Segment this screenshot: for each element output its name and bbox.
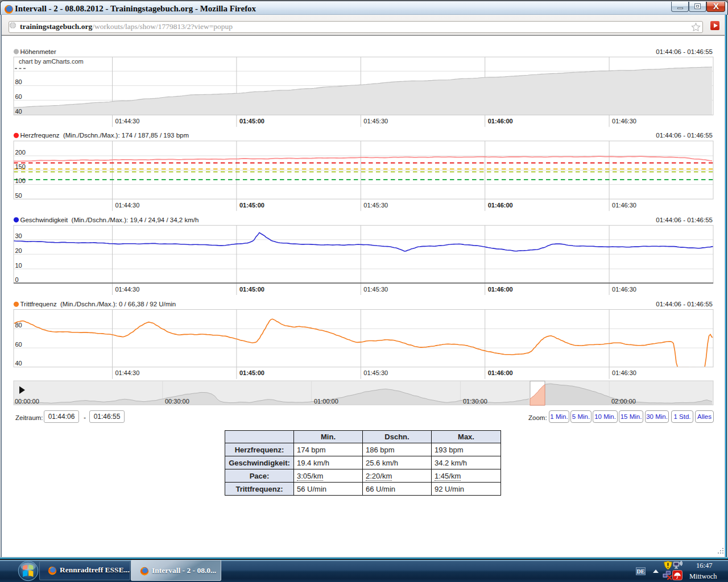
svg-text:Herzfrequenz (Min./Dschn./Max: Herzfrequenz (Min./Dschn./Max.): 174 / 1…	[20, 132, 189, 139]
svg-text:50: 50	[15, 192, 22, 199]
svg-text:200: 200	[15, 149, 26, 156]
svg-text:01:44:30: 01:44:30	[115, 286, 140, 293]
svg-text:60: 60	[15, 341, 22, 348]
svg-text:150: 150	[15, 163, 26, 170]
svg-text:01:45:30: 01:45:30	[363, 118, 388, 124]
svg-text:01:44:06 - 01:46:55: 01:44:06 - 01:46:55	[656, 301, 713, 307]
svg-text:01:46:30: 01:46:30	[612, 369, 636, 376]
svg-text:01:45:30: 01:45:30	[363, 202, 388, 209]
svg-text:01:45:00: 01:45:00	[239, 369, 264, 376]
svg-text:01:46:00: 01:46:00	[488, 118, 513, 124]
svg-text:10: 10	[15, 262, 22, 269]
svg-text:01:45:30: 01:45:30	[363, 369, 388, 376]
svg-text:01:45:00: 01:45:00	[239, 202, 264, 209]
svg-text:01:00:00: 01:00:00	[314, 398, 338, 405]
svg-text:01:30:00: 01:30:00	[463, 398, 487, 405]
svg-text:60: 60	[15, 93, 22, 100]
svg-text:Höhenmeter: Höhenmeter	[20, 48, 56, 55]
svg-text:01:45:00: 01:45:00	[239, 286, 264, 293]
svg-text:01:44:30: 01:44:30	[115, 369, 140, 376]
svg-text:01:45:00: 01:45:00	[239, 118, 264, 124]
svg-text:01:46:30: 01:46:30	[612, 118, 636, 124]
svg-text:01:46:00: 01:46:00	[488, 286, 513, 293]
svg-text:01:44:30: 01:44:30	[115, 202, 140, 209]
svg-text:01:46:30: 01:46:30	[612, 202, 636, 209]
svg-text:00:30:00: 00:30:00	[165, 398, 189, 405]
svg-text:chart by amCharts.com: chart by amCharts.com	[19, 58, 84, 65]
svg-text:02:00:00: 02:00:00	[611, 398, 636, 405]
svg-text:01:44:06 - 01:46:55: 01:44:06 - 01:46:55	[656, 132, 713, 139]
svg-text:20: 20	[15, 247, 22, 254]
svg-text:01:44:06 - 01:46:55: 01:44:06 - 01:46:55	[656, 217, 713, 223]
svg-text:100: 100	[15, 177, 26, 184]
svg-text:Geschwindigkeit (Min./Dschn./: Geschwindigkeit (Min./Dschn./Max.): 19,4…	[20, 217, 199, 223]
svg-text:01:46:30: 01:46:30	[612, 286, 636, 293]
svg-text:80: 80	[15, 322, 22, 329]
svg-text:0: 0	[15, 276, 19, 283]
svg-text:30: 30	[15, 232, 22, 239]
svg-text:01:45:30: 01:45:30	[363, 286, 388, 293]
svg-text:01:44:06 - 01:46:55: 01:44:06 - 01:46:55	[656, 48, 713, 55]
svg-text:40: 40	[15, 108, 22, 115]
svg-text:01:46:00: 01:46:00	[488, 369, 513, 376]
svg-text:01:46:00: 01:46:00	[488, 202, 513, 209]
svg-text:Trittfrequenz (Min./Dschn./Ma: Trittfrequenz (Min./Dschn./Max.): 0 / 66…	[20, 301, 176, 307]
svg-text:01:44:30: 01:44:30	[115, 118, 140, 124]
svg-text:80: 80	[15, 78, 22, 85]
svg-text:40: 40	[15, 360, 22, 367]
svg-text:00:00:00: 00:00:00	[15, 398, 39, 405]
